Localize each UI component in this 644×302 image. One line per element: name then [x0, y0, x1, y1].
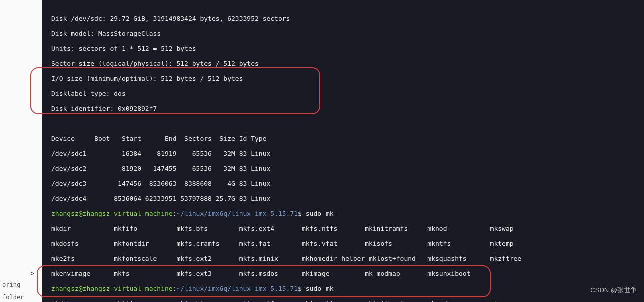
blank-line: [51, 120, 644, 127]
partition-row: /dev/sdc1 16384 81919 65536 32M 83 Linux: [51, 150, 644, 157]
partition-row: /dev/sdc4 8536064 62333951 53797888 25.7…: [51, 195, 644, 202]
partition-row: /dev/sdc3 147456 8536063 8388608 4G 83 L…: [51, 180, 644, 187]
watermark: CSDN @张世争: [590, 286, 637, 295]
sidebar: oring folder >: [0, 0, 42, 302]
partition-row: /dev/sdc2 81920 147455 65536 32M 83 Linu…: [51, 165, 644, 172]
prompt-line: zhangsz@zhangsz-virtual-machine:~/linux/…: [51, 285, 644, 292]
fdisk-line: I/O size (minimum/optimal): 512 bytes / …: [51, 75, 644, 82]
fdisk-line: Units: sectors of 1 * 512 = 512 bytes: [51, 45, 644, 52]
prompt-line: zhangsz@zhangsz-virtual-machine:~/linux/…: [51, 210, 644, 217]
terminal[interactable]: Disk /dev/sdc: 29.72 GiB, 31914983424 by…: [42, 0, 644, 302]
completion-row: mkdosfs mkfontdir mkfs.cramfs mkfs.fat m…: [51, 240, 644, 247]
fdisk-line: Disk /dev/sdc: 29.72 GiB, 31914983424 by…: [51, 15, 644, 22]
completion-row: mkdir mkfifo mkfs.bfs mkfs.ext4 mkfs.ntf…: [51, 300, 644, 302]
fdisk-line: Disk model: MassStorageClass: [51, 30, 644, 37]
chevron-right-icon[interactable]: >: [30, 269, 34, 277]
sidebar-item-oring[interactable]: oring: [0, 280, 22, 289]
completion-row: mkdir mkfifo mkfs.bfs mkfs.ext4 mkfs.ntf…: [51, 225, 644, 232]
partition-header: Device Boot Start End Sectors Size Id Ty…: [51, 135, 644, 142]
completion-row: mke2fs mkfontscale mkfs.ext2 mkfs.minix …: [51, 255, 644, 262]
sidebar-item-folder[interactable]: folder: [0, 293, 26, 302]
fdisk-line: Disk identifier: 0x092892f7: [51, 105, 644, 112]
fdisk-line: Sector size (logical/physical): 512 byte…: [51, 60, 644, 67]
fdisk-line: Disklabel type: dos: [51, 90, 644, 97]
completion-row: mkenvimage mkfs mkfs.ext3 mkfs.msdos mki…: [51, 270, 644, 277]
